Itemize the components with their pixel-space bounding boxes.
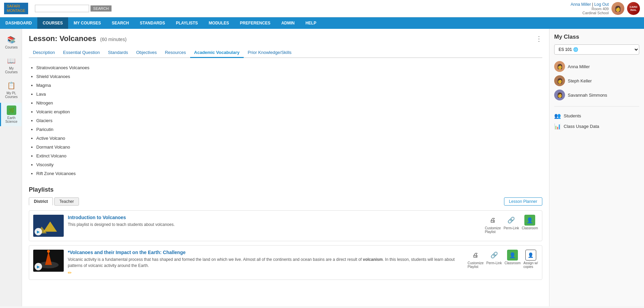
classroom-button-1[interactable]: 👤 Classroom bbox=[522, 215, 538, 230]
nav-admin[interactable]: ADMIN bbox=[276, 17, 300, 29]
nav-bar: DASHBOARD COURSES MY COURSES SEARCH STAN… bbox=[0, 17, 644, 29]
lesson-planner-button[interactable]: Lesson Planner bbox=[504, 197, 542, 206]
vocab-item: Extinct Volcano bbox=[36, 152, 542, 160]
student-item-1: 👩 Anna Miller bbox=[554, 59, 639, 74]
playlist-actions-1: 🖨 CustomizePlaylist 🔗 Perm-Link 👤 Classr… bbox=[485, 215, 538, 234]
sidebar-label-earth-science: Earth Science bbox=[2, 116, 20, 123]
user-info: Anna Miller | Log Out Room 409 Cardinal … bbox=[570, 2, 609, 15]
customize-icon-2: 🖨 bbox=[470, 250, 481, 261]
student-list: 👩 Anna Miller 👩 Steph Keller 👩 Savannah … bbox=[554, 59, 639, 102]
vocab-item: Stratovolcanoes Volcanoes bbox=[36, 63, 542, 72]
tab-essential-question[interactable]: Essential Question bbox=[59, 48, 104, 58]
tab-prior-knowledge[interactable]: Prior Knowledge/Skills bbox=[244, 48, 296, 58]
customize-label-1: CustomizePlaylist bbox=[485, 226, 501, 234]
student-name-2: Steph Keller bbox=[568, 78, 592, 83]
vocab-item: Active Volcano bbox=[36, 134, 542, 143]
student-name-1: Anna Miller bbox=[568, 64, 590, 69]
class-usage-link[interactable]: 📊 Class Usage Data bbox=[554, 121, 639, 132]
more-options-button[interactable]: ⋮ bbox=[536, 35, 542, 43]
playlist-actions-2: 🖨 CustomizePlaylist 🔗 Perm-Link 👤 Classr… bbox=[468, 250, 538, 269]
perm-link-button-1[interactable]: 🔗 Perm-Link bbox=[504, 215, 519, 230]
playlist-tab-district[interactable]: District bbox=[29, 197, 53, 206]
classroom-icon-1: 👤 bbox=[524, 215, 535, 226]
vocab-item: Dormant Volcano bbox=[36, 143, 542, 152]
sidebar-item-my-pl-courses[interactable]: 📋 My PL Courses bbox=[0, 78, 22, 101]
playlist-info-2: *Volcanoes and their Impact on the Earth… bbox=[68, 250, 464, 275]
playlist-tab-group: District Teacher bbox=[29, 197, 79, 206]
search-input[interactable] bbox=[35, 5, 89, 12]
logo-line2: MONTAGE bbox=[7, 8, 25, 13]
class-select[interactable]: ES 101 🌐 bbox=[554, 44, 639, 55]
classroom-icon-2: 👤 bbox=[507, 250, 518, 261]
customize-playlist-button-2[interactable]: 🖨 CustomizePlaylist bbox=[468, 250, 484, 269]
assign-icon-2: 👤 bbox=[525, 250, 536, 261]
nav-dashboard[interactable]: DASHBOARD bbox=[0, 17, 37, 29]
play-button-2[interactable]: ▶ bbox=[35, 263, 42, 270]
nav-modules[interactable]: MODULES bbox=[203, 17, 235, 29]
perm-link-icon-2: 🔗 bbox=[489, 250, 500, 261]
vocab-item: Lava bbox=[36, 90, 542, 99]
playlists-title: Playlists bbox=[29, 186, 542, 193]
student-name-3: Savannah Simmons bbox=[568, 93, 607, 98]
playlist-thumb-2: ▶ bbox=[33, 250, 64, 272]
assign-button-2[interactable]: 👤 Assign w/copies bbox=[523, 250, 538, 269]
vocab-item: Rift Zone Volcanoes bbox=[36, 169, 542, 178]
lesson-tabs: Description Essential Question Standards… bbox=[29, 48, 542, 58]
user-room: Room 409 bbox=[570, 7, 609, 11]
right-panel: My Class ES 101 🌐 👩 Anna Miller 👩 Steph … bbox=[549, 29, 644, 306]
sidebar-item-earth-science[interactable]: 🌿 Earth Science bbox=[0, 103, 22, 126]
vocab-item: Paricutin bbox=[36, 125, 542, 134]
sidebar-label-my-courses: My Courses bbox=[2, 66, 20, 74]
playlist-tab-teacher[interactable]: Teacher bbox=[54, 197, 79, 206]
student-item-3: 👩 Savannah Simmons bbox=[554, 88, 639, 102]
tab-description[interactable]: Description bbox=[29, 48, 59, 58]
vocab-item: Volcanic eruption bbox=[36, 108, 542, 116]
tab-standards[interactable]: Standards bbox=[104, 48, 132, 58]
playlist-desc-2: Volcanic activity is a fundamental proce… bbox=[68, 256, 464, 269]
playlist-card-1: ▶ Introduction to Volcanoes This playlis… bbox=[29, 210, 542, 241]
playlist-filter-tabs: District Teacher Lesson Planner bbox=[29, 197, 542, 206]
search-area: SEARCH bbox=[35, 5, 112, 12]
search-button[interactable]: SEARCH bbox=[90, 5, 112, 12]
perm-link-label-1: Perm-Link bbox=[504, 226, 519, 230]
students-label: Students bbox=[564, 113, 581, 118]
my-courses-icon: 📖 bbox=[7, 56, 16, 65]
nav-search[interactable]: SEARCH bbox=[106, 17, 135, 29]
students-link[interactable]: 👥 Students bbox=[554, 111, 639, 121]
left-sidebar: 📚 Courses 📖 My Courses 📋 My PL Courses 🌿… bbox=[0, 29, 22, 306]
tab-resources[interactable]: Resources bbox=[161, 48, 190, 58]
nav-my-courses[interactable]: MY COURSES bbox=[68, 17, 106, 29]
nav-playlists[interactable]: PLAYLISTS bbox=[170, 17, 203, 29]
lesson-title-group: Lesson: Volcanoes (60 minutes) bbox=[29, 34, 126, 43]
tab-objectives[interactable]: Objectives bbox=[132, 48, 161, 58]
tab-academic-vocabulary[interactable]: Academic Vocabulary bbox=[190, 48, 244, 58]
nav-preferences[interactable]: PREFERENCES bbox=[235, 17, 276, 29]
sidebar-item-courses[interactable]: 📚 Courses bbox=[0, 32, 22, 52]
nav-standards[interactable]: STANDARDS bbox=[134, 17, 170, 29]
perm-link-button-2[interactable]: 🔗 Perm-Link bbox=[486, 250, 502, 265]
play-button-1[interactable]: ▶ bbox=[35, 228, 42, 235]
lesson-header: Lesson: Volcanoes (60 minutes) ⋮ bbox=[29, 34, 542, 43]
earth-science-icon: 🌿 bbox=[7, 105, 16, 115]
classroom-button-2[interactable]: 👤 Classroom bbox=[504, 250, 521, 265]
perm-link-icon-1: 🔗 bbox=[506, 215, 517, 226]
lesson-duration: (60 minutes) bbox=[100, 37, 127, 42]
logo-area: SAFARI MONTAGE SEARCH bbox=[4, 3, 112, 14]
customize-playlist-button-1[interactable]: 🖨 CustomizePlaylist bbox=[485, 215, 501, 234]
playlist-thumb-1: ▶ bbox=[33, 215, 64, 237]
logout-link[interactable]: Log Out bbox=[594, 2, 609, 7]
student-item-2: 👩 Steph Keller bbox=[554, 74, 639, 88]
nav-help[interactable]: HELP bbox=[300, 17, 322, 29]
logo: SAFARI MONTAGE bbox=[4, 3, 28, 14]
user-links: Anna Miller | Log Out bbox=[570, 2, 609, 7]
sidebar-item-my-courses[interactable]: 📖 My Courses bbox=[0, 53, 22, 77]
classroom-label-1: Classroom bbox=[522, 226, 538, 230]
user-school: Cardinal School bbox=[570, 11, 609, 15]
pencil-icon: ✏ bbox=[68, 270, 72, 275]
user-name-link[interactable]: Anna Miller bbox=[570, 2, 591, 7]
courses-icon: 📚 bbox=[7, 35, 16, 44]
classroom-label-2: Classroom bbox=[504, 261, 521, 265]
nav-courses[interactable]: COURSES bbox=[37, 17, 68, 29]
top-header: SAFARI MONTAGE SEARCH Anna Miller | Log … bbox=[0, 0, 644, 17]
playlist-info-1: Introduction to Volcanoes This playlist … bbox=[68, 215, 481, 228]
